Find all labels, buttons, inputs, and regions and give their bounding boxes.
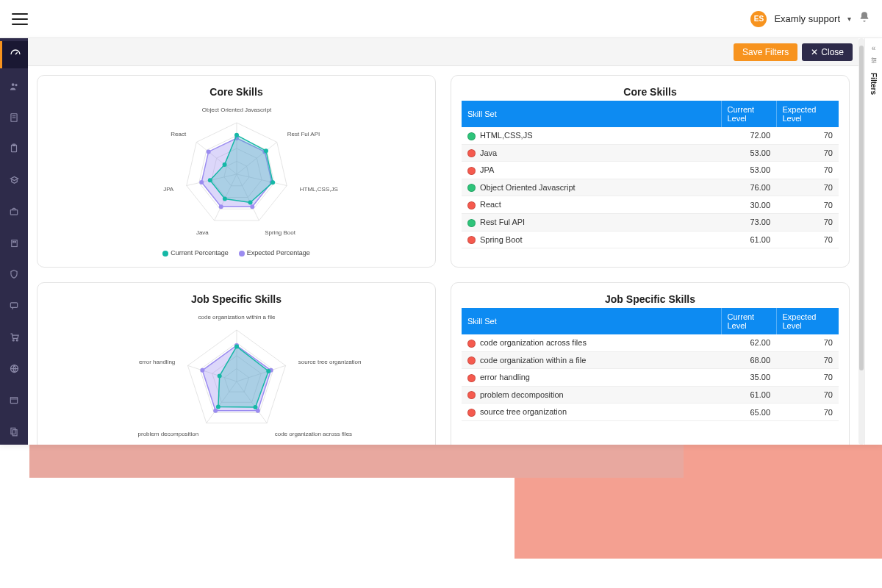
svg-text:React: React [171,131,187,137]
table-row[interactable]: source tree organization65.0070 [462,404,839,421]
table-row[interactable]: code organization within a file68.0070 [462,351,839,369]
table-row[interactable]: problem decomposition61.0070 [462,386,839,404]
svg-point-1 [15,84,17,86]
svg-text:source tree organization: source tree organization [298,359,361,365]
sidebar-item-dashboard[interactable] [0,41,28,68]
bell-icon[interactable] [858,11,870,26]
status-dot-icon [467,374,476,382]
svg-text:error handling: error handling [138,359,174,365]
core-skills-radar-card: Core Skills Object Oriented JavascriptRe… [37,75,436,268]
sidebar-item-reports[interactable] [0,417,28,445]
svg-point-62 [234,344,239,348]
status-dot-icon [467,219,476,227]
sidebar-item-users[interactable] [0,73,28,100]
svg-rect-7 [10,209,17,214]
svg-rect-15 [10,397,17,403]
svg-rect-17 [11,428,15,434]
app-frame: Save Filters ✕ Close Core Skills Object … [0,38,882,445]
sidebar-item-chat[interactable] [0,293,28,320]
core-skills-table-title: Core Skills [462,86,839,98]
table-row[interactable]: Java53.0070 [462,144,839,162]
svg-point-0 [11,83,14,86]
status-dot-icon [467,184,476,192]
svg-point-72 [872,62,874,63]
sidebar-item-clipboard[interactable] [0,135,28,162]
svg-point-71 [874,60,875,61]
svg-point-42 [270,180,275,184]
main-area: Save Filters ✕ Close Core Skills Object … [28,38,858,445]
legend-expected: Expected Percentage [247,249,310,257]
svg-text:problem decomposition: problem decomposition [137,431,198,437]
topbar: ES Examly support ▾ [0,0,882,38]
save-filters-button[interactable]: Save Filters [734,43,797,61]
table-row[interactable]: Object Oriented Javascript76.0070 [462,179,839,196]
th-current[interactable]: Current Level [721,308,776,334]
table-row[interactable]: React30.0070 [462,196,839,214]
status-dot-icon [467,167,476,175]
svg-point-46 [222,162,226,167]
sidebar-item-briefcase[interactable] [0,198,28,225]
core-skills-chart-title: Core Skills [48,86,425,98]
status-dot-icon [467,236,476,244]
table-row[interactable]: JPA53.0070 [462,162,839,179]
filters-label: Filters [870,73,878,95]
svg-point-36 [250,204,254,209]
status-dot-icon [467,132,476,140]
sidebar-item-cart[interactable] [0,323,28,351]
scrollbar[interactable] [858,38,864,445]
close-button[interactable]: ✕ Close [802,43,853,61]
chevron-down-icon[interactable]: ▾ [847,15,851,23]
svg-point-63 [266,369,270,373]
svg-point-13 [16,340,18,341]
avatar[interactable]: ES [750,11,767,27]
hamburger-menu-icon[interactable] [12,13,28,25]
sidebar-item-globe[interactable] [0,355,28,382]
status-dot-icon [467,409,476,417]
th-skill[interactable]: Skill Set [462,308,721,334]
sidebar-item-building[interactable] [0,229,28,257]
job-skills-radar: code organization within a filesource tr… [82,308,391,445]
chart-legend: Current Percentage Expected Percentage [48,249,425,257]
filters-rail[interactable]: « Filters [864,38,882,445]
table-row[interactable]: Rest Ful API73.0070 [462,213,839,231]
svg-point-45 [207,178,212,182]
svg-point-41 [263,148,268,153]
status-dot-icon [467,149,476,157]
sliders-icon [870,57,878,65]
job-skills-chart-title: Job Specific Skills [48,293,425,305]
svg-text:Spring Boot: Spring Boot [265,229,296,236]
svg-rect-8 [11,240,17,247]
svg-text:Object Oriented Javascript: Object Oriented Javascript [201,107,271,113]
svg-point-12 [12,340,14,341]
svg-point-64 [253,405,257,409]
sidebar-item-calendar[interactable] [0,387,28,414]
th-expected[interactable]: Expected Level [776,101,839,127]
svg-rect-10 [15,242,15,243]
core-skills-table-card: Core Skills Skill Set Current Level Expe… [451,75,850,268]
sidebar-item-document[interactable] [0,104,28,131]
svg-text:Rest Ful API: Rest Ful API [287,131,319,137]
svg-rect-9 [12,242,13,243]
svg-rect-18 [12,429,17,435]
svg-text:code organization across files: code organization across files [274,431,351,437]
svg-point-66 [217,373,221,378]
user-name: Examly support [774,13,840,24]
job-skills-table-title: Job Specific Skills [462,293,839,305]
svg-point-38 [199,180,204,184]
svg-point-61 [200,368,204,373]
table-row[interactable]: error handling35.0070 [462,369,839,387]
table-row[interactable]: Spring Boot61.0070 [462,231,839,248]
sidebar-item-shield[interactable] [0,261,28,288]
sidebar-item-learning[interactable] [0,167,28,194]
table-row[interactable]: HTML,CSS,JS72.0070 [462,127,839,144]
svg-text:code organization within a fil: code organization within a file [198,314,276,320]
svg-rect-11 [10,303,17,307]
toolbar: Save Filters ✕ Close [28,38,858,66]
th-expected[interactable]: Expected Level [776,308,839,334]
svg-point-43 [248,200,252,204]
th-current[interactable]: Current Level [721,101,776,127]
status-dot-icon [467,391,476,399]
th-skill[interactable]: Skill Set [462,101,721,127]
table-row[interactable]: code organization across files62.0070 [462,334,839,351]
panels: Core Skills Object Oriented JavascriptRe… [28,66,858,445]
